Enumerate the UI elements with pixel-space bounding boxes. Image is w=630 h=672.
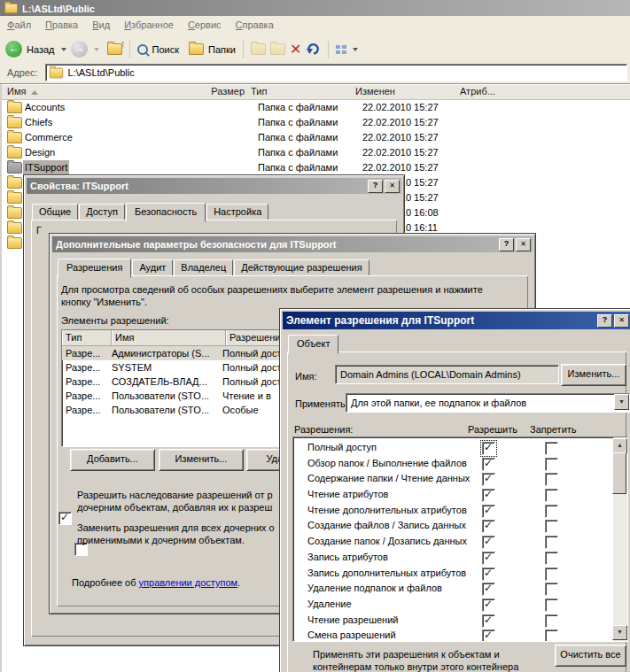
permission-row[interactable]: Запись атрибутов ✓	[293, 550, 611, 566]
back-dropdown-icon[interactable]	[61, 48, 66, 51]
close-icon[interactable]: ✕	[614, 314, 629, 328]
file-name[interactable]: Design	[23, 145, 57, 160]
help-icon[interactable]: ?	[597, 314, 612, 328]
menu-item[interactable]: Сервис	[181, 16, 229, 35]
access-control-link[interactable]: управлении доступом	[139, 577, 238, 588]
explorer-titlebar[interactable]: L:\ASLtd\Public	[0, 0, 630, 17]
permission-row[interactable]: Создание папок / Дозапись данных ✓	[293, 534, 611, 550]
file-name[interactable]: Chiefs	[23, 115, 54, 130]
file-row[interactable]: Accounts Папка с файлами 22.02.2010 15:2…	[2, 100, 630, 115]
change-button[interactable]: Изменить...	[561, 364, 626, 386]
deny-checkbox[interactable]	[545, 599, 558, 612]
tab[interactable]: Владелец	[174, 259, 233, 276]
deny-checkbox[interactable]	[545, 505, 558, 518]
tab[interactable]: Настройка	[206, 204, 268, 220]
menu-item[interactable]: Избранное	[117, 16, 181, 35]
file-row[interactable]: ITSupport Папка с файлами 22.02.2010 15:…	[2, 160, 630, 175]
permission-row[interactable]: Чтение разрешений ✓	[293, 613, 611, 629]
deny-checkbox[interactable]	[545, 614, 558, 628]
close-icon[interactable]: ✕	[385, 180, 400, 193]
back-icon[interactable]: ←	[5, 41, 22, 58]
back-button-label[interactable]: Назад	[27, 44, 55, 55]
forward-dropdown-icon[interactable]	[94, 48, 99, 51]
allow-checkbox[interactable]: ✓	[482, 583, 495, 596]
copy-to-icon[interactable]	[270, 43, 285, 55]
add-button[interactable]: Добавить...	[70, 449, 155, 471]
permission-row[interactable]: Создание файлов / Запись данных ✓	[293, 518, 611, 534]
menu-item[interactable]: Вид	[85, 16, 117, 35]
allow-checkbox[interactable]: ✓	[482, 442, 495, 455]
search-icon[interactable]	[137, 44, 148, 55]
menu-item[interactable]: Файл	[0, 16, 38, 35]
permission-row[interactable]: Запись дополнительных атрибутов ✓	[293, 566, 611, 582]
file-row[interactable]: Chiefs Папка с файлами 22.02.2010 15:27	[2, 115, 630, 130]
help-icon[interactable]: ?	[499, 238, 514, 251]
allow-checkbox[interactable]: ✓	[482, 599, 495, 612]
deny-checkbox[interactable]	[545, 489, 558, 502]
undo-icon[interactable]	[306, 42, 321, 58]
file-name[interactable]: Accounts	[23, 100, 66, 115]
scrollbar-thumb[interactable]	[612, 452, 626, 494]
deny-checkbox[interactable]	[545, 536, 558, 549]
column-header-name[interactable]: Имя	[2, 84, 174, 100]
folders-button-label[interactable]: Папки	[208, 44, 236, 55]
views-icon[interactable]	[336, 45, 346, 54]
clear-all-button[interactable]: Очистить все	[555, 645, 626, 667]
permission-row[interactable]: Обзор папок / Выполнение файлов ✓	[293, 456, 611, 472]
file-name[interactable]: Commerce	[23, 130, 74, 145]
help-icon[interactable]: ?	[368, 180, 383, 193]
move-to-icon[interactable]	[251, 43, 266, 55]
tab[interactable]: Разрешения	[58, 259, 131, 278]
file-name[interactable]: ITSupport	[23, 160, 69, 175]
permission-row[interactable]: Содержание папки / Чтение данных ✓	[293, 471, 611, 487]
permission-row[interactable]: Удаление подпапок и файлов ✓	[293, 581, 611, 597]
tab[interactable]: Аудит	[132, 259, 173, 276]
column-header-size[interactable]: Размер	[163, 84, 251, 100]
folders-icon[interactable]	[189, 43, 204, 55]
deny-checkbox[interactable]	[545, 458, 558, 471]
combobox-dropdown-icon[interactable]: ▼	[614, 394, 629, 410]
properties-titlebar[interactable]: Свойства: ITSupport ? ✕	[27, 178, 401, 194]
tab[interactable]: Доступ	[79, 204, 125, 220]
name-field[interactable]: Domain Admins (LOCAL\Domain Admins)	[335, 365, 559, 384]
menu-item[interactable]: Справка	[229, 16, 281, 35]
allow-checkbox[interactable]: ✓	[482, 630, 495, 642]
allow-checkbox[interactable]: ✓	[482, 536, 495, 549]
column-header-type[interactable]: Тип	[245, 84, 355, 100]
tab[interactable]: Действующие разрешения	[234, 259, 369, 276]
allow-checkbox[interactable]: ✓	[482, 458, 495, 471]
apply-to-combobox[interactable]: Для этой папки, ее подпапок и файлов ▼	[346, 393, 630, 413]
deny-checkbox[interactable]	[545, 442, 558, 455]
allow-checkbox[interactable]: ✓	[482, 505, 495, 518]
deny-checkbox[interactable]	[545, 583, 558, 596]
allow-checkbox[interactable]: ✓	[482, 552, 495, 565]
views-dropdown-icon[interactable]	[353, 48, 358, 51]
permission-titlebar[interactable]: Элемент разрешения для ITSupport ? ✕	[283, 312, 630, 329]
forward-icon[interactable]: →	[71, 41, 88, 58]
permission-row[interactable]: Полный доступ ✓	[293, 440, 611, 456]
allow-checkbox[interactable]: ✓	[482, 489, 495, 502]
permission-row[interactable]: Смена разрешений ✓	[293, 628, 611, 642]
delete-icon[interactable]: ✕	[290, 41, 301, 58]
allow-checkbox[interactable]: ✓	[482, 520, 495, 533]
deny-checkbox[interactable]	[545, 552, 558, 565]
deny-checkbox[interactable]	[545, 568, 558, 581]
permission-row[interactable]: Удаление ✓	[293, 597, 611, 613]
advanced-titlebar[interactable]: Дополнительные параметры безопасности дл…	[52, 236, 533, 252]
deny-checkbox[interactable]	[545, 520, 558, 533]
column-header-modified[interactable]: Изменен	[350, 84, 465, 100]
scrollbar-up-icon[interactable]: ▲	[612, 438, 627, 453]
permission-row[interactable]: Чтение атрибутов ✓	[293, 487, 611, 503]
edit-button[interactable]: Изменить...	[159, 449, 244, 471]
address-input[interactable]: L:\ASLtd\Public	[45, 64, 627, 81]
tab-object[interactable]: Объект	[288, 335, 338, 354]
scrollbar-down-icon[interactable]: ▼	[612, 625, 627, 640]
allow-checkbox[interactable]: ✓	[482, 614, 495, 628]
allow-checkbox[interactable]: ✓	[482, 568, 495, 581]
search-button-label[interactable]: Поиск	[152, 44, 179, 55]
inherit-checkbox[interactable]: ✓	[58, 512, 72, 525]
tab[interactable]: Безопасность	[126, 203, 206, 222]
up-icon[interactable]: ↑	[107, 43, 122, 56]
tab[interactable]: Общие	[32, 204, 78, 220]
allow-checkbox[interactable]: ✓	[482, 473, 495, 486]
